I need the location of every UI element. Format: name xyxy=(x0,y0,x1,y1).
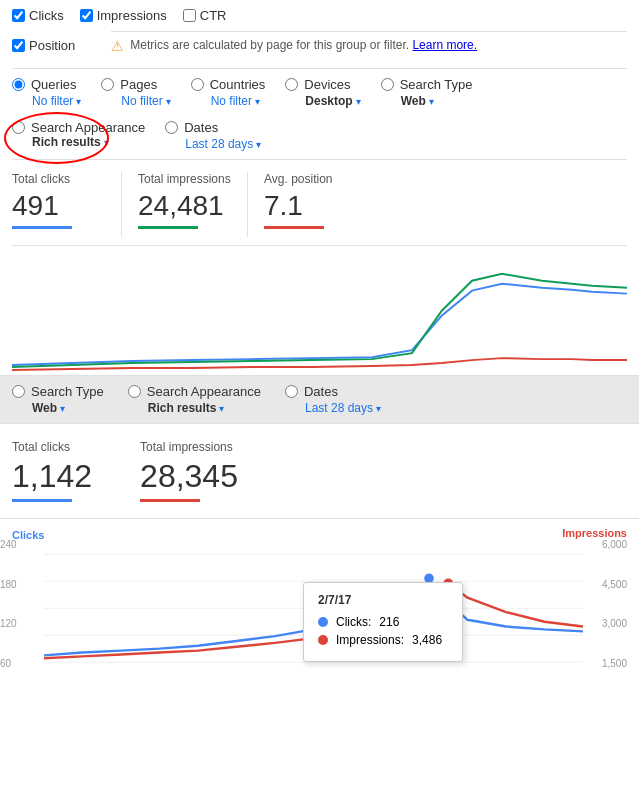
devices-filter-label: Devices xyxy=(304,77,350,92)
bottom-clicks-underline xyxy=(12,499,72,502)
bottom-section: Search Type Web ▾ Search Appearance Rich… xyxy=(0,376,639,699)
bottom-filter-dates: Dates Last 28 days ▾ xyxy=(285,384,381,415)
checkboxes-row: Clicks Impressions CTR Position ⚠ Metric… xyxy=(12,8,627,68)
search-type-dropdown-arrow: ▾ xyxy=(429,96,434,107)
y-right-1500: 1,500 xyxy=(602,658,627,669)
bottom-search-type-arrow: ▾ xyxy=(60,403,65,414)
tooltip-clicks-dot xyxy=(318,617,328,627)
pages-dropdown[interactable]: No filter ▾ xyxy=(101,94,170,108)
y-axis-left: 240 180 120 60 xyxy=(0,539,17,679)
pages-radio[interactable] xyxy=(101,78,114,91)
countries-filter-label: Countries xyxy=(210,77,266,92)
dates-filter-label: Dates xyxy=(184,120,218,135)
y-left-180: 180 xyxy=(0,579,17,590)
filter-pages: Pages No filter ▾ xyxy=(101,77,170,108)
tooltip-impressions-dot xyxy=(318,635,328,645)
bottom-clicks-label: Total clicks xyxy=(12,440,92,454)
bottom-dates-dropdown[interactable]: Last 28 days ▾ xyxy=(285,401,381,415)
search-type-filter-label: Search Type xyxy=(400,77,473,92)
bottom-dates-label: Dates xyxy=(304,384,338,399)
top-chart xyxy=(12,245,627,375)
bottom-impressions-value: 28,345 xyxy=(140,458,238,495)
bottom-search-type-dropdown[interactable]: Web ▾ xyxy=(12,401,104,415)
impressions-label: Impressions xyxy=(97,8,167,23)
impressions-axis-label: Impressions xyxy=(562,527,627,539)
y-right-3000: 3,000 xyxy=(602,618,627,629)
bottom-clicks-value: 1,142 xyxy=(12,458,92,495)
ctr-checkbox-item[interactable]: CTR xyxy=(183,8,227,23)
position-checkbox[interactable] xyxy=(12,39,25,52)
search-appearance-filter-label: Search Appearance xyxy=(31,120,145,135)
pages-filter-label: Pages xyxy=(120,77,157,92)
position-checkbox-item[interactable]: Position xyxy=(12,31,75,60)
y-left-120: 120 xyxy=(0,618,17,629)
total-impressions-metric: Total impressions 24,481 xyxy=(138,172,248,237)
bottom-total-impressions: Total impressions 28,345 xyxy=(140,440,262,510)
bottom-impressions-label: Total impressions xyxy=(140,440,238,454)
alert-text: Metrics are calculated by page for this … xyxy=(130,38,477,52)
search-appearance-dropdown-arrow: ▾ xyxy=(104,137,109,148)
countries-radio[interactable] xyxy=(191,78,204,91)
countries-dropdown[interactable]: No filter ▾ xyxy=(191,94,266,108)
clicks-label: Clicks xyxy=(29,8,64,23)
bottom-dates-radio[interactable] xyxy=(285,385,298,398)
bottom-search-type-radio[interactable] xyxy=(12,385,25,398)
dates-dropdown[interactable]: Last 28 days ▾ xyxy=(165,137,261,151)
bottom-filter-search-type: Search Type Web ▾ xyxy=(12,384,104,415)
bottom-chart-area: Clicks Impressions 240 180 120 60 6,000 … xyxy=(0,519,639,699)
queries-radio[interactable] xyxy=(12,78,25,91)
search-appearance-radio[interactable] xyxy=(12,121,25,134)
bottom-filter-bar: Search Type Web ▾ Search Appearance Rich… xyxy=(0,376,639,423)
total-clicks-value: 491 xyxy=(12,190,105,222)
pages-dropdown-arrow: ▾ xyxy=(166,96,171,107)
filter-search-appearance: Search Appearance Rich results ▾ xyxy=(12,120,145,149)
ctr-label: CTR xyxy=(200,8,227,23)
bottom-impressions-underline xyxy=(140,499,200,502)
top-chart-svg xyxy=(12,246,627,375)
queries-filter-label: Queries xyxy=(31,77,77,92)
total-clicks-underline xyxy=(12,226,72,229)
filter-queries: Queries No filter ▾ xyxy=(12,77,81,108)
y-axis-right: 6,000 4,500 3,000 1,500 xyxy=(602,539,627,679)
impressions-checkbox[interactable] xyxy=(80,9,93,22)
metrics-row: Total clicks 491 Total impressions 24,48… xyxy=(12,159,627,245)
total-impressions-value: 24,481 xyxy=(138,190,231,222)
bottom-search-type-label: Search Type xyxy=(31,384,104,399)
alert-row: ⚠ Metrics are calculated by page for thi… xyxy=(111,31,627,60)
clicks-checkbox-item[interactable]: Clicks xyxy=(12,8,64,23)
bottom-chart-container: 2/7/17 Clicks: 216 Impressions: 3,486 xyxy=(44,542,583,690)
avg-position-label: Avg. position xyxy=(264,172,358,186)
bottom-search-appearance-radio[interactable] xyxy=(128,385,141,398)
alert-icon: ⚠ xyxy=(111,38,124,54)
tooltip-box: 2/7/17 Clicks: 216 Impressions: 3,486 xyxy=(303,582,463,662)
total-clicks-label: Total clicks xyxy=(12,172,105,186)
filter-row-1: Queries No filter ▾ Pages No filter ▾ Co… xyxy=(12,68,627,116)
tooltip-impressions-label: Impressions: xyxy=(336,633,404,647)
tooltip-clicks-item: Clicks: 216 xyxy=(318,615,448,629)
bottom-total-clicks: Total clicks 1,142 xyxy=(12,440,116,510)
top-section: Clicks Impressions CTR Position ⚠ Metric… xyxy=(0,0,639,376)
dates-radio[interactable] xyxy=(165,121,178,134)
search-type-dropdown[interactable]: Web ▾ xyxy=(381,94,473,108)
devices-radio[interactable] xyxy=(285,78,298,91)
queries-dropdown-arrow: ▾ xyxy=(76,96,81,107)
total-impressions-label: Total impressions xyxy=(138,172,231,186)
ctr-checkbox[interactable] xyxy=(183,9,196,22)
avg-position-underline xyxy=(264,226,324,229)
bottom-search-appearance-dropdown[interactable]: Rich results ▾ xyxy=(128,401,261,415)
y-left-60: 60 xyxy=(0,658,17,669)
learn-more-link[interactable]: Learn more. xyxy=(412,38,477,52)
bottom-filter-search-appearance: Search Appearance Rich results ▾ xyxy=(128,384,261,415)
countries-dropdown-arrow: ▾ xyxy=(255,96,260,107)
impressions-checkbox-item[interactable]: Impressions xyxy=(80,8,167,23)
devices-dropdown[interactable]: Desktop ▾ xyxy=(285,94,360,108)
queries-dropdown[interactable]: No filter ▾ xyxy=(12,94,81,108)
filter-devices: Devices Desktop ▾ xyxy=(285,77,360,108)
bottom-search-appearance-label: Search Appearance xyxy=(147,384,261,399)
filter-dates: Dates Last 28 days ▾ xyxy=(165,120,261,151)
search-appearance-dropdown[interactable]: Rich results ▾ xyxy=(12,135,145,149)
tooltip-date: 2/7/17 xyxy=(318,593,448,607)
y-left-240: 240 xyxy=(0,539,17,550)
search-type-radio[interactable] xyxy=(381,78,394,91)
clicks-checkbox[interactable] xyxy=(12,9,25,22)
